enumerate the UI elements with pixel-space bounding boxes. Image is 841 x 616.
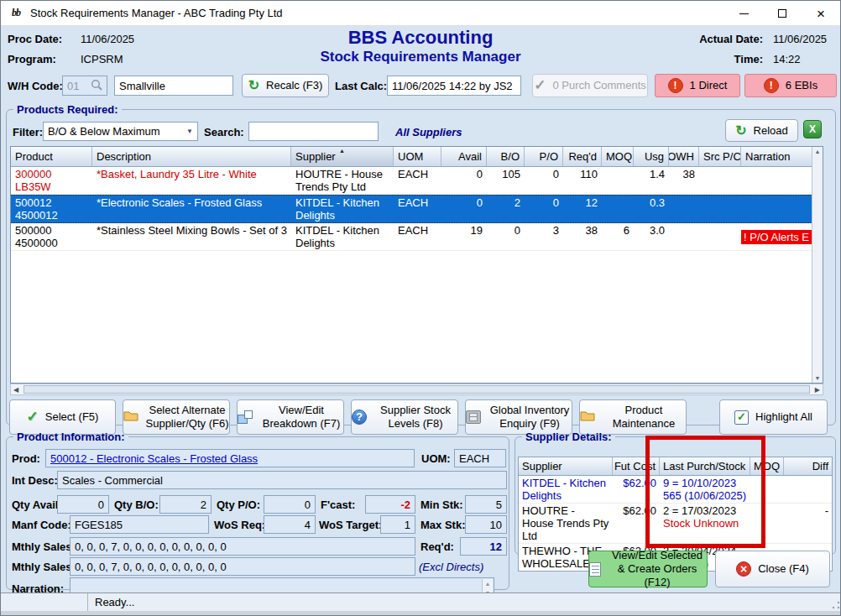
col-reqd[interactable]: Req'd bbox=[563, 147, 602, 166]
suppliers-scope-label: All Suppliers bbox=[395, 126, 462, 138]
col-bo[interactable]: B/O bbox=[487, 147, 525, 166]
wh-code-field[interactable]: 01 bbox=[62, 76, 107, 96]
col-supplier[interactable]: Supplier bbox=[519, 457, 613, 475]
highlight-all-button[interactable]: ✓ Highlight All bbox=[719, 399, 828, 435]
status-cell bbox=[1, 593, 88, 611]
po-alerts-badge: ! P/O Alerts E bbox=[741, 230, 812, 244]
app-window: bb Stock Requirements Manager - ABC Trad… bbox=[0, 0, 841, 616]
close-f4-button[interactable]: × Close (F4) bbox=[715, 551, 830, 587]
supplier-row[interactable]: HOUTRE - House Trends Pty Ltd $62.00 2 =… bbox=[519, 504, 832, 544]
resize-grip[interactable] bbox=[832, 601, 840, 609]
window-title: Stock Requirements Manager - ABC Trading… bbox=[30, 7, 283, 19]
table-horizontal-scrollbar[interactable]: ◀ ▶ bbox=[10, 384, 823, 395]
maximize-button[interactable] bbox=[763, 1, 802, 26]
prod-field: 500012 - Electronic Scales - Frosted Gla… bbox=[45, 449, 415, 467]
col-product[interactable]: Product bbox=[11, 147, 92, 166]
minimize-icon bbox=[739, 13, 749, 14]
col-srcpc[interactable]: Src P/C bbox=[699, 147, 741, 166]
product-row[interactable]: 300000 LB35W *Basket, Laundry 35 Litre -… bbox=[11, 167, 812, 195]
wos-target-label: WoS Target: bbox=[319, 519, 382, 531]
ebis-alert-button[interactable]: ! 6 EBIs bbox=[744, 74, 837, 97]
supplier-row[interactable]: KITDEL - Kitchen Delights $62.00 9 = 10/… bbox=[519, 476, 832, 504]
col-usg[interactable]: Usg bbox=[634, 147, 669, 166]
col-owh[interactable]: OWH bbox=[669, 147, 699, 166]
global-inventory-button[interactable]: Global Inventory Enquiry (F9) bbox=[465, 399, 572, 435]
close-f4-label: Close (F4) bbox=[758, 562, 809, 576]
minimize-button[interactable] bbox=[724, 1, 763, 26]
ebis-label: 6 EBIs bbox=[786, 79, 817, 92]
program-value: ICPSRM bbox=[81, 53, 123, 65]
col-uom[interactable]: UOM bbox=[394, 147, 441, 166]
scroll-up-icon[interactable]: ▲ bbox=[815, 149, 821, 154]
products-required-legend: Products Required: bbox=[13, 103, 122, 116]
select-alternate-button[interactable]: Select Alternate Supplier/Qty (F6) bbox=[123, 399, 230, 435]
product-row-selected[interactable]: 500012 4500012 *Electronic Scales - Fros… bbox=[11, 195, 812, 223]
mthly-sales-label-1: Mthly Sales: bbox=[12, 540, 76, 553]
view-edit-breakdown-button[interactable]: View/Edit Breakdown (F7) bbox=[237, 399, 344, 435]
col-moq[interactable]: MOQ bbox=[602, 147, 634, 166]
col-po[interactable]: P/O bbox=[525, 147, 563, 166]
bottom-strip bbox=[1, 611, 841, 616]
close-button[interactable]: × bbox=[802, 1, 840, 26]
actual-date-label: Actual Date: bbox=[696, 33, 763, 45]
product-maintenance-label: Product Maintenance bbox=[602, 404, 686, 431]
select-alternate-label: Select Alternate Supplier/Qty (F6) bbox=[145, 404, 229, 431]
product-maintenance-button[interactable]: Product Maintenance bbox=[579, 399, 687, 435]
wos-req-label: WoS Req: bbox=[214, 519, 265, 531]
int-desc-label: Int Desc: bbox=[12, 474, 58, 487]
app-title: BBS Accounting bbox=[253, 27, 588, 49]
col-supplier[interactable]: Supplier▲ bbox=[291, 147, 394, 166]
col-description[interactable]: Description bbox=[92, 147, 291, 166]
scroll-right-icon[interactable]: ▶ bbox=[812, 386, 823, 394]
recalc-label: Recalc (F3) bbox=[266, 79, 322, 92]
col-avail[interactable]: Avail bbox=[441, 147, 487, 166]
checklist-icon bbox=[589, 562, 601, 577]
folder-icon bbox=[123, 410, 138, 425]
uom-field: EACH bbox=[454, 449, 506, 467]
col-diff[interactable]: Diff bbox=[784, 457, 832, 475]
product-row[interactable]: 500000 4500000 *Stainless Steel Mixing B… bbox=[11, 223, 812, 251]
filter-dropdown[interactable]: B/O & Below Maximum ▼ bbox=[43, 122, 198, 141]
last-calc-value: 11/06/2025 14:22 by JS2 bbox=[392, 80, 513, 92]
recalc-button[interactable]: ↻ Recalc (F3) bbox=[242, 74, 329, 97]
min-stk-label: Min Stk: bbox=[420, 499, 463, 511]
scroll-down-icon[interactable]: ▼ bbox=[815, 375, 821, 381]
purch-comments-button[interactable]: ✓ 0 Purch Comments bbox=[532, 74, 648, 97]
qty-bo-field: 2 bbox=[159, 495, 212, 514]
spin-up-icon[interactable]: ▲ bbox=[485, 581, 491, 587]
wos-target-field: 1 bbox=[380, 515, 415, 534]
export-excel-button[interactable]: X bbox=[803, 120, 822, 138]
col-moq[interactable]: MOQ bbox=[750, 457, 784, 475]
program-label: Program: bbox=[8, 53, 56, 65]
search-lookup-icon[interactable] bbox=[91, 79, 102, 93]
qty-avail-field: 0 bbox=[57, 495, 109, 514]
col-fut-cost[interactable]: Fut Cost bbox=[613, 457, 660, 475]
direct-alert-button[interactable]: ! 1 Direct bbox=[655, 74, 740, 97]
checkbox-checked-icon[interactable]: ✓ bbox=[734, 410, 749, 425]
proc-date-value: 11/06/2025 bbox=[81, 33, 134, 45]
col-last-purch-stock[interactable]: Last Purch/Stock bbox=[660, 457, 750, 475]
reload-button[interactable]: ↻ Reload bbox=[725, 119, 798, 142]
warning-icon: ! bbox=[764, 78, 779, 93]
question-icon: ? bbox=[352, 410, 367, 425]
scrollbar-thumb[interactable] bbox=[24, 385, 810, 394]
excel-icon: X bbox=[803, 120, 822, 138]
table-vertical-scrollbar[interactable]: ▲ ▼ bbox=[812, 147, 823, 383]
supplier-stock-levels-button[interactable]: ? Supplier Stock Levels (F8) bbox=[351, 399, 458, 435]
folder-icon bbox=[580, 410, 595, 425]
col-narration[interactable]: Narration bbox=[741, 147, 812, 166]
wh-name-field[interactable]: Smallville bbox=[114, 76, 233, 96]
scroll-left-icon[interactable]: ◀ bbox=[11, 386, 21, 394]
sort-asc-icon: ▲ bbox=[339, 148, 345, 154]
title-bar: bb Stock Requirements Manager - ABC Trad… bbox=[1, 1, 840, 26]
wos-req-field: 4 bbox=[264, 515, 316, 534]
highlight-all-label: Highlight All bbox=[755, 410, 812, 424]
min-stk-field: 5 bbox=[465, 495, 507, 514]
search-input[interactable] bbox=[248, 122, 379, 141]
select-button[interactable]: ✓ Select (F5) bbox=[9, 399, 116, 435]
prod-link[interactable]: 500012 - Electronic Scales - Frosted Gla… bbox=[50, 452, 258, 465]
fcast-label: F'cast: bbox=[321, 499, 355, 511]
view-edit-create-orders-button[interactable]: View/Edit Selected & Create Orders (F12) bbox=[588, 551, 708, 587]
time-label: Time: bbox=[696, 53, 763, 65]
actual-date-value: 11/06/2025 bbox=[773, 33, 827, 45]
